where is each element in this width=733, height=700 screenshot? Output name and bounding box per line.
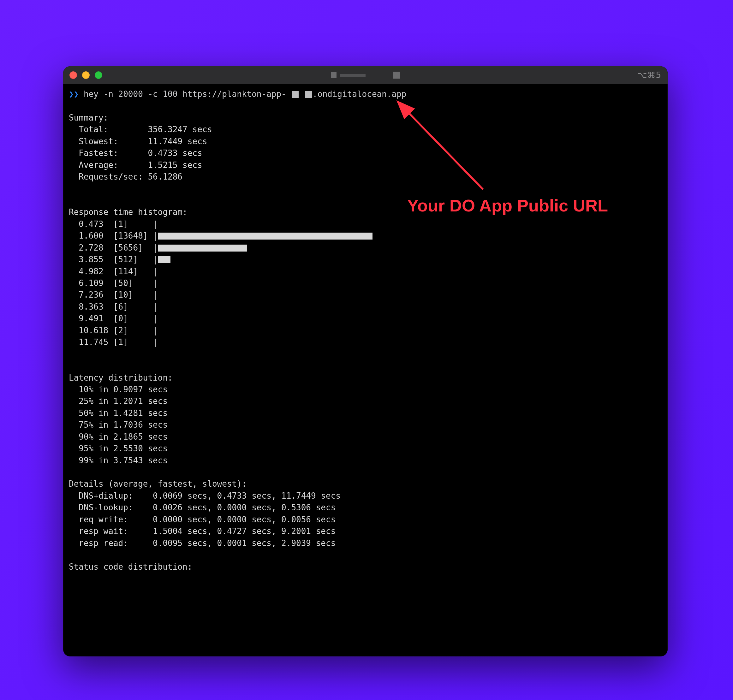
- command-line: hey -n 20000 -c 100 https://plankton-app…: [84, 89, 406, 99]
- close-icon[interactable]: [69, 71, 77, 79]
- summary-rows: Total: 356.3247 secs Slowest: 11.7449 se…: [69, 125, 212, 181]
- status-heading: Status code distribution:: [69, 562, 192, 572]
- histogram-rows: 0.473 [1] | 1.600 [13648] | 2.728 [5656]…: [69, 219, 372, 347]
- summary-heading: Summary:: [69, 113, 108, 122]
- details-heading: Details (average, fastest, slowest):: [69, 479, 247, 488]
- redacted-block: [292, 91, 299, 98]
- histogram-bar: [158, 232, 372, 240]
- traffic-lights: [69, 71, 102, 79]
- histogram-bar: [158, 245, 247, 251]
- tab-indicator: [331, 72, 400, 79]
- terminal-window: ⌥⌘5 ❯❯ hey -n 20000 -c 100 https://plank…: [63, 66, 668, 656]
- histogram-bar: [158, 256, 171, 263]
- histogram-heading: Response time histogram:: [69, 207, 187, 217]
- shortcut-hint: ⌥⌘5: [637, 71, 661, 80]
- prompt-arrows: ❯❯: [69, 89, 79, 99]
- fullscreen-icon[interactable]: [95, 71, 102, 79]
- details-rows: DNS+dialup: 0.0069 secs, 0.4733 secs, 11…: [69, 491, 341, 548]
- window-titlebar: ⌥⌘5: [63, 66, 668, 84]
- terminal-body[interactable]: ❯❯ hey -n 20000 -c 100 https://plankton-…: [63, 84, 668, 573]
- latency-heading: Latency distribution:: [69, 373, 173, 382]
- latency-rows: 10% in 0.9097 secs 25% in 1.2071 secs 50…: [69, 385, 168, 465]
- redacted-block: [305, 91, 312, 98]
- minimize-icon[interactable]: [82, 71, 90, 79]
